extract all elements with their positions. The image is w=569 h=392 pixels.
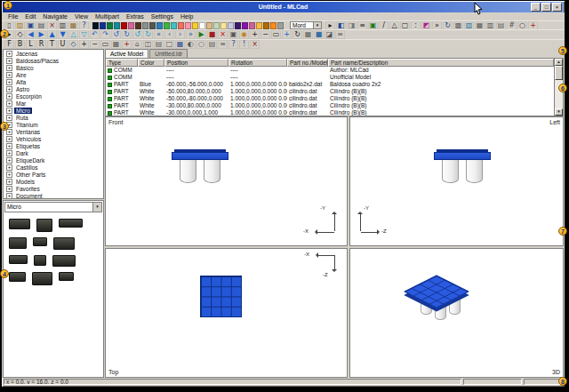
- color-swatch-1[interactable]: [100, 22, 106, 29]
- tree-item-etiquedark[interactable]: +EtiqueDark: [4, 156, 103, 164]
- axis-toggle-icon[interactable]: +: [122, 40, 132, 49]
- color-swatch-5[interactable]: [128, 22, 134, 29]
- new-file-icon[interactable]: ▯: [4, 21, 14, 30]
- tab-active-model[interactable]: Active Model: [105, 49, 148, 58]
- expander-plus-icon[interactable]: +: [6, 164, 12, 171]
- tree-item-veh-culos[interactable]: +Vehículos: [4, 135, 103, 142]
- color-swatch-26[interactable]: [277, 22, 284, 29]
- print-icon[interactable]: ▤: [36, 21, 46, 30]
- stop-icon[interactable]: ■: [207, 30, 217, 39]
- change-color-icon[interactable]: ◉: [239, 30, 249, 39]
- tree-item-document[interactable]: +Document: [4, 192, 103, 199]
- rotate-z-ccw-icon[interactable]: ↺: [132, 30, 142, 39]
- zoom-out-view-icon[interactable]: −: [90, 40, 100, 49]
- rotate-x-cw-icon[interactable]: ↷: [100, 30, 110, 39]
- move-in-icon[interactable]: △: [68, 30, 78, 39]
- save-icon[interactable]: ▣: [26, 21, 36, 30]
- left-view-icon[interactable]: L: [26, 40, 36, 49]
- column-header-position[interactable]: Position: [164, 59, 228, 67]
- zoom-in-view-icon[interactable]: +: [79, 40, 89, 49]
- column-header-type[interactable]: Type: [106, 59, 138, 67]
- color-swatch-2[interactable]: [107, 22, 113, 29]
- expander-plus-icon[interactable]: +: [6, 58, 12, 64]
- step-icon[interactable]: »: [432, 21, 442, 30]
- single-pane-icon[interactable]: □: [164, 40, 174, 49]
- tree-item-aire[interactable]: +Aire: [4, 71, 103, 78]
- move-up-icon[interactable]: ▲: [47, 30, 57, 39]
- model-3d-view[interactable]: [407, 263, 480, 329]
- top-view-icon[interactable]: T: [47, 40, 57, 49]
- last-step-icon[interactable]: »: [186, 30, 196, 39]
- parts-list-row[interactable]: PARTBlue-60.000,-56.000,0.0001.000,0.000…: [106, 81, 554, 88]
- column-header-color[interactable]: Color: [138, 59, 164, 67]
- zoom-in-icon[interactable]: +: [250, 30, 260, 39]
- menu-item-view[interactable]: View: [71, 12, 92, 20]
- column-header-rotation[interactable]: Rotation: [228, 59, 287, 67]
- color-swatch-14[interactable]: [192, 22, 198, 29]
- options-icon[interactable]: ≡: [218, 40, 228, 49]
- tree-item-b-sico[interactable]: +Básico: [4, 64, 103, 71]
- expander-plus-icon[interactable]: +: [6, 79, 12, 85]
- color-swatch-25[interactable]: [270, 22, 276, 29]
- column-header-part-no-model[interactable]: Part no./Model: [287, 59, 328, 67]
- grid-medium-icon[interactable]: ▥: [485, 21, 495, 30]
- pan-icon[interactable]: +: [282, 30, 292, 39]
- expander-plus-icon[interactable]: +: [6, 150, 12, 156]
- tree-item-dark[interactable]: +Dark: [4, 149, 103, 156]
- color-swatch-22[interactable]: [249, 22, 255, 29]
- parts-list-row[interactable]: PARTWhite-50.000,80.000,0.0001.000,0.000…: [106, 88, 554, 95]
- color-swatch-18[interactable]: [220, 22, 227, 29]
- comment-icon[interactable]: ≡: [357, 21, 367, 30]
- coord-display-icon[interactable]: ⌂: [132, 40, 142, 49]
- color-swatch-19[interactable]: [228, 22, 234, 29]
- tree-item-other-parts[interactable]: +Other Parts: [4, 171, 103, 178]
- right-view-icon[interactable]: R: [36, 40, 46, 49]
- tree-item-castillos[interactable]: +Castillos: [4, 164, 103, 171]
- column-header-part-name-description[interactable]: Part name/Description: [328, 59, 554, 67]
- four-pane-icon[interactable]: ▦: [175, 40, 185, 49]
- expander-plus-icon[interactable]: +: [6, 157, 12, 164]
- color-swatch-10[interactable]: [164, 22, 170, 29]
- color-swatch-0[interactable]: [92, 22, 99, 29]
- expander-plus-icon[interactable]: +: [6, 86, 12, 92]
- front-view-icon[interactable]: F: [4, 40, 14, 49]
- duplicate-icon[interactable]: ▣: [228, 30, 238, 39]
- back-view-icon[interactable]: B: [15, 40, 25, 49]
- part-thumbnail[interactable]: [9, 219, 30, 229]
- rotate-y-ccw-icon[interactable]: ↺: [111, 30, 121, 39]
- color-swatch-12[interactable]: [178, 22, 184, 29]
- parts-list-row[interactable]: PARTWhite-50.000,-80.000,0.0001.000,0.00…: [106, 95, 554, 102]
- color-swatch-13[interactable]: [185, 22, 191, 29]
- part-thumbnail[interactable]: [53, 237, 75, 250]
- origin-icon[interactable]: ○: [517, 21, 527, 30]
- color-swatch-7[interactable]: [142, 22, 148, 29]
- chevron-down-icon[interactable]: ▼: [92, 203, 101, 212]
- play-icon[interactable]: ▶: [196, 30, 206, 39]
- expander-plus-icon[interactable]: +: [6, 100, 12, 107]
- tree-item-micro[interactable]: +Micro: [4, 107, 103, 114]
- model-front-view[interactable]: [172, 149, 228, 184]
- tree-item-alfa[interactable]: +Alfa: [4, 78, 103, 85]
- viewport-front[interactable]: Front -Y -X: [105, 116, 348, 246]
- color-swatch-23[interactable]: [256, 22, 262, 29]
- first-step-icon[interactable]: «: [154, 30, 164, 39]
- tab-untitled-ldr[interactable]: Untitled.ldr: [149, 49, 188, 58]
- insert-triangle-icon[interactable]: △: [389, 21, 399, 30]
- prev-step-icon[interactable]: ‹: [164, 30, 174, 39]
- expander-plus-icon[interactable]: +: [6, 93, 12, 100]
- viewport-3d[interactable]: 3D: [349, 248, 564, 378]
- wireframe-icon[interactable]: ▦: [303, 30, 313, 39]
- mode-combo[interactable]: Mord ▼: [290, 21, 322, 29]
- part-thumbnail[interactable]: [9, 272, 26, 282]
- copy-icon[interactable]: ▥: [58, 21, 68, 30]
- tree-item-escorpi-n[interactable]: +Escorpión: [4, 92, 103, 100]
- expander-plus-icon[interactable]: +: [6, 65, 12, 71]
- expander-plus-icon[interactable]: +: [6, 136, 12, 142]
- zoom-out-icon[interactable]: −: [260, 30, 270, 39]
- color-dialog-icon[interactable]: ◩: [421, 21, 431, 30]
- insert-part-icon[interactable]: ▣: [368, 21, 378, 30]
- menu-item-extras[interactable]: Extras: [123, 12, 148, 20]
- cut-icon[interactable]: ×: [47, 21, 57, 30]
- chevron-down-icon[interactable]: ▼: [313, 22, 321, 28]
- grid-fine-icon[interactable]: ▤: [496, 21, 506, 30]
